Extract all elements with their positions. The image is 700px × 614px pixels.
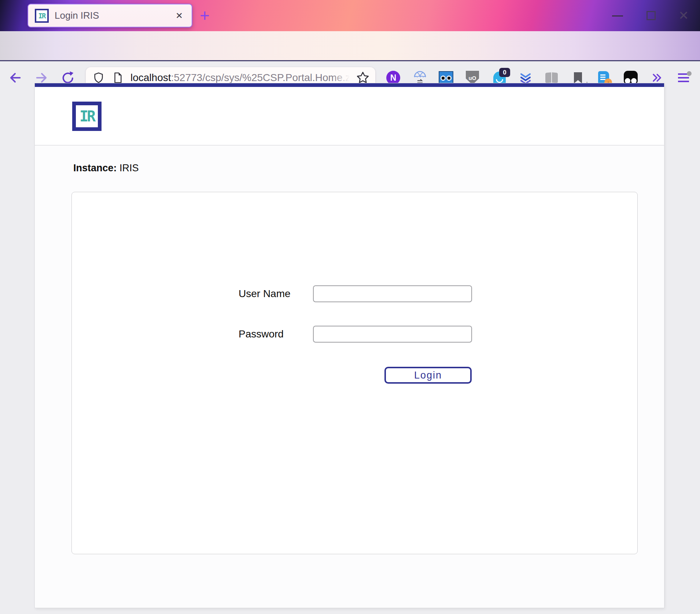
instance-row: Instance: IRIS — [73, 162, 139, 174]
tab-close-icon[interactable]: ✕ — [176, 11, 183, 21]
page-top-accent-bar — [35, 83, 664, 87]
umbrella-globe-icon — [413, 70, 427, 85]
username-input[interactable] — [313, 285, 472, 302]
tab-favicon-icon: IR — [35, 9, 49, 23]
toolbar-bottom-divider — [0, 60, 700, 61]
document-download-icon: ↓ — [598, 71, 609, 84]
page-header: IR — [35, 87, 664, 146]
password-label: Password — [239, 328, 284, 340]
page-info-icon[interactable] — [112, 72, 123, 84]
url-fade — [332, 70, 354, 85]
goggles-icon — [624, 71, 638, 85]
login-button[interactable]: Login — [384, 367, 472, 384]
iris-logo: IR — [72, 102, 102, 131]
browser-toolbar: localhost:52773/csp/sys/%25CSP.Portal.Ho… — [0, 31, 700, 60]
double-chevron-right-icon — [651, 72, 663, 84]
url-path: :52773/csp/sys/%25CSP.Portal.Home.zen — [171, 72, 354, 83]
username-label: User Name — [239, 288, 291, 300]
back-button[interactable] — [7, 70, 23, 85]
new-tab-button[interactable]: + — [200, 5, 210, 26]
forward-arrow-icon — [34, 70, 49, 85]
window-maximize-button[interactable] — [646, 11, 656, 20]
app-menu-button[interactable] — [676, 70, 691, 85]
url-text[interactable]: localhost:52773/csp/sys/%25CSP.Portal.Ho… — [130, 70, 354, 85]
reload-icon — [61, 71, 75, 85]
googly-eyes-icon — [439, 71, 453, 84]
stacked-chevrons-icon — [518, 70, 533, 85]
back-arrow-icon — [8, 70, 22, 85]
bookmark-star-icon[interactable] — [356, 71, 369, 84]
bookmark-flag-icon — [574, 72, 582, 84]
password-input[interactable] — [313, 326, 472, 343]
browser-tab[interactable]: IR Login IRIS ✕ — [27, 4, 192, 28]
window-minimize-button[interactable] — [612, 15, 623, 17]
tab-title: Login IRIS — [55, 10, 176, 21]
login-form-panel: User Name Password Login — [71, 192, 638, 554]
login-page-card: IR Instance: IRIS User Name Password Log… — [35, 83, 664, 608]
ghostery-count-badge: 0 — [499, 68, 510, 77]
n-badge: N — [386, 71, 400, 85]
tracking-protection-shield-icon[interactable] — [93, 72, 104, 84]
ublock-shield-icon: uO — [466, 71, 479, 85]
browser-titlebar: IR Login IRIS ✕ + ✕ — [0, 0, 700, 31]
window-close-button[interactable]: ✕ — [678, 8, 689, 23]
instance-label: Instance: — [73, 162, 117, 173]
hamburger-menu-icon — [678, 73, 689, 82]
open-book-icon — [545, 73, 558, 83]
url-host: localhost — [130, 72, 171, 83]
instance-value: IRIS — [119, 162, 139, 173]
